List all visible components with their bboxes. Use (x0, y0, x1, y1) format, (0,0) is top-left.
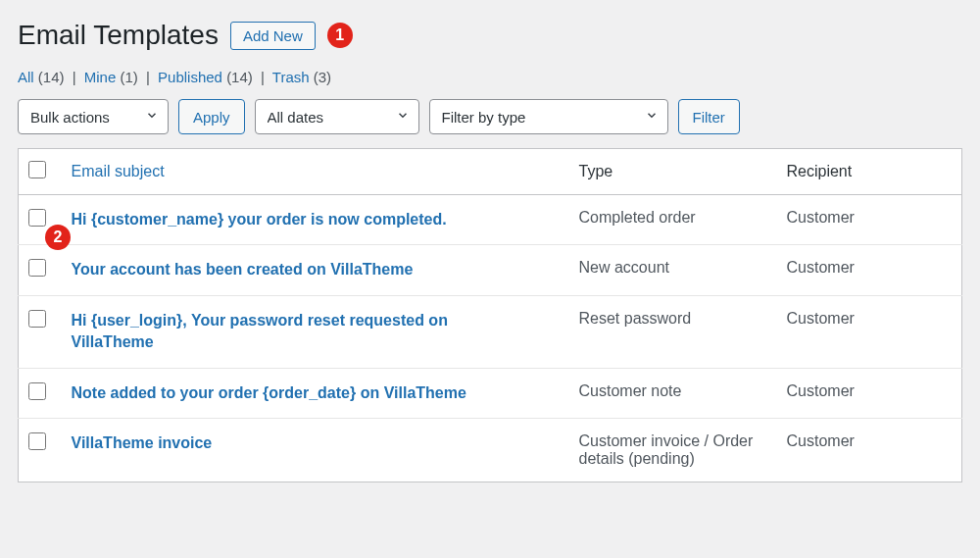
row-recipient: Customer (777, 295, 962, 368)
row-recipient: Customer (777, 245, 962, 295)
row-checkbox[interactable] (28, 382, 46, 400)
filter-link-trash[interactable]: Trash (272, 69, 310, 85)
apply-button[interactable]: Apply (178, 99, 245, 134)
row-checkbox[interactable] (28, 259, 46, 277)
table-row: Note added to your order {order_date} on… (19, 368, 962, 418)
row-recipient: Customer (777, 368, 962, 418)
tablenav-top: Bulk actions Apply All dates Filter by t… (18, 99, 962, 134)
filter-count: (1) (120, 69, 137, 85)
row-checkbox[interactable] (28, 432, 46, 450)
filter-type-select[interactable]: Filter by type (429, 99, 668, 134)
row-title-link[interactable]: Note added to your order {order_date} on… (72, 384, 466, 401)
filter-count: (3) (314, 69, 331, 85)
row-checkbox[interactable] (28, 310, 46, 328)
templates-table: Email subject Type Recipient Hi {custome… (18, 148, 962, 482)
table-row: Hi {customer_name} your order is now com… (19, 195, 962, 245)
add-new-button[interactable]: Add New (230, 22, 316, 50)
column-recipient: Recipient (777, 149, 962, 195)
row-recipient: Customer (777, 418, 962, 482)
row-title-link[interactable]: Hi {user_login}, Your password reset req… (72, 310, 493, 354)
filter-link-published[interactable]: Published (158, 69, 222, 85)
page-title: Email Templates (18, 20, 219, 51)
column-type: Type (569, 149, 777, 195)
filter-button[interactable]: Filter (678, 99, 740, 134)
select-all-checkbox[interactable] (28, 161, 46, 178)
annotation-badge-1: 1 (327, 23, 353, 48)
column-checkbox (19, 149, 62, 195)
dates-select[interactable]: All dates (255, 99, 419, 134)
table-row: Your account has been created on VillaTh… (19, 245, 962, 295)
filter-link-mine[interactable]: Mine (84, 69, 117, 85)
row-type: New account (569, 245, 777, 295)
filter-count: (14) (226, 69, 253, 85)
row-type: Customer invoice / Order details (pendin… (569, 418, 777, 482)
table-row: VillaTheme invoice Customer invoice / Or… (19, 418, 962, 482)
row-title-link[interactable]: Hi {customer_name} your order is now com… (72, 211, 447, 228)
row-type: Completed order (569, 195, 777, 245)
column-subject[interactable]: Email subject (62, 149, 569, 195)
filter-link-all[interactable]: All (18, 69, 34, 85)
row-checkbox[interactable] (28, 209, 46, 227)
table-row: Hi {user_login}, Your password reset req… (19, 295, 962, 368)
bulk-actions-select[interactable]: Bulk actions (18, 99, 169, 134)
row-title-link[interactable]: VillaTheme invoice (72, 434, 213, 451)
row-type: Customer note (569, 368, 777, 418)
status-filter-links: All (14) | Mine (1) | Published (14) | T… (18, 69, 962, 85)
filter-count: (14) (38, 69, 65, 85)
row-title-link[interactable]: Your account has been created on VillaTh… (72, 261, 414, 278)
row-type: Reset password (569, 295, 777, 368)
annotation-badge-2: 2 (45, 225, 71, 250)
page-header: Email Templates Add New 1 (18, 20, 962, 51)
row-recipient: Customer (777, 195, 962, 245)
